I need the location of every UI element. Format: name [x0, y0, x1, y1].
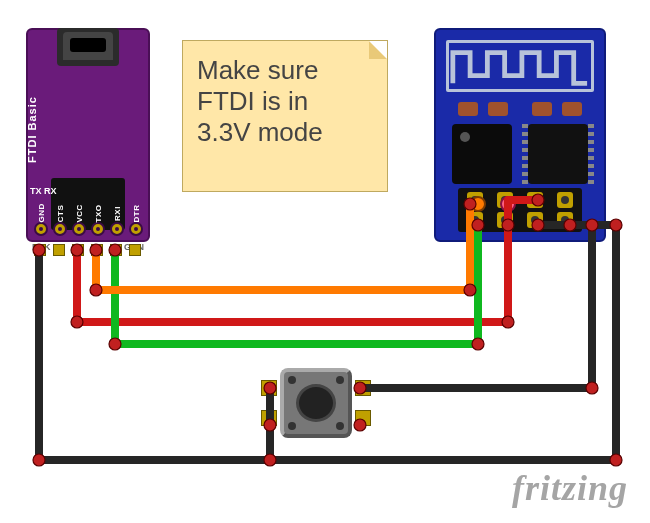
ftdi-pin-dtr: [129, 222, 143, 236]
esp-capacitor: [488, 102, 508, 116]
esp-capacitor: [562, 102, 582, 116]
ftdi-pinlabel-dtr: DTR: [132, 205, 141, 223]
svg-point-19: [472, 338, 484, 350]
pushbutton-body: [280, 368, 352, 438]
ftdi-pin-vcc: [72, 222, 86, 236]
svg-point-23: [464, 284, 476, 296]
ftdi-pin-cts: [53, 222, 67, 236]
ftdi-txrx-label: TX RX: [30, 186, 57, 196]
note-line3: 3.3V mode: [197, 117, 323, 147]
sticky-note: Make sure FTDI is in 3.3V mode: [182, 40, 388, 192]
note-fold-icon: [369, 41, 387, 59]
ftdi-pinlabel-txo: TXO: [94, 205, 103, 223]
esp-chip: [452, 124, 512, 184]
svg-point-3: [610, 454, 622, 466]
esp8266-board: [434, 28, 606, 242]
svg-point-12: [71, 316, 83, 328]
ftdi-basic-board: FTDI Basic TX RX GND CTS VCC TXO RXI DTR…: [26, 28, 150, 242]
svg-point-6: [586, 382, 598, 394]
ftdi-pin-header: [26, 240, 150, 260]
ftdi-pinlabel-cts: CTS: [56, 205, 65, 223]
svg-point-2: [264, 454, 276, 466]
ftdi-pin-rxi: [110, 222, 124, 236]
svg-point-22: [90, 284, 102, 296]
svg-point-18: [109, 338, 121, 350]
esp-capacitor: [532, 102, 552, 116]
svg-point-4: [610, 219, 622, 231]
ftdi-pinlabel-gnd: GND: [37, 205, 46, 223]
fritzing-attribution: fritzing: [512, 467, 628, 509]
esp-top-pin-1: [470, 196, 486, 212]
note-line2: FTDI is in: [197, 86, 308, 116]
ftdi-pinlabel-rxi: RXI: [113, 205, 122, 223]
ftdi-pin-txo: [91, 222, 105, 236]
ftdi-pinlabel-vcc: VCC: [75, 205, 84, 223]
wiring-diagram: { "attribution": "fritzing", "note": { "…: [0, 0, 650, 523]
usb-connector: [57, 28, 119, 66]
svg-point-13: [502, 316, 514, 328]
note-line1: Make sure: [197, 55, 318, 85]
tactile-pushbutton: [270, 368, 362, 438]
svg-point-1: [33, 454, 45, 466]
note-text: Make sure FTDI is in 3.3V mode: [183, 41, 387, 159]
ftdi-pin-gnd: [34, 222, 48, 236]
esp-pcb-antenna: [446, 40, 594, 92]
esp-top-pin-2: [500, 196, 516, 212]
esp-flash-chip: [528, 124, 588, 184]
ftdi-board-label: FTDI Basic: [26, 80, 44, 180]
esp-capacitor: [458, 102, 478, 116]
